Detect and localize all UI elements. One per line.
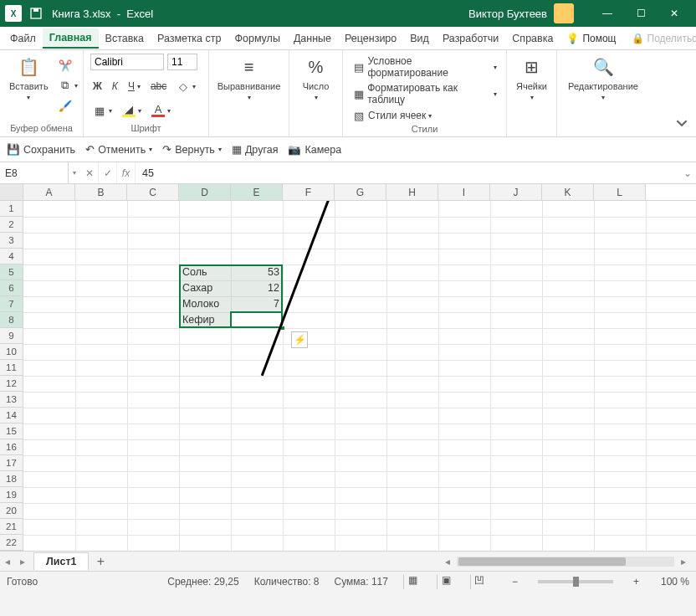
collapse-ribbon-button[interactable]: [676, 117, 688, 131]
camera-button[interactable]: 📷Камера: [288, 143, 341, 156]
cancel-formula-button[interactable]: ✕: [80, 162, 99, 183]
zoom-thumb[interactable]: [573, 577, 579, 587]
close-button[interactable]: ✕: [658, 0, 691, 27]
row-header-13[interactable]: 13: [0, 392, 23, 408]
hscroll-right[interactable]: ▸: [678, 556, 689, 567]
row-header-3[interactable]: 3: [0, 233, 23, 249]
font-size-select[interactable]: [167, 54, 197, 70]
bold-button[interactable]: Ж: [90, 78, 105, 95]
column-header-G[interactable]: G: [335, 184, 386, 200]
alignment-button[interactable]: ≡ Выравнивание ▾: [216, 54, 282, 103]
format-painter-button[interactable]: 🖌️: [56, 97, 80, 114]
tab-data[interactable]: Данные: [287, 29, 338, 48]
row-header-20[interactable]: 20: [0, 503, 23, 519]
undo-button[interactable]: ↶Отменить▾: [85, 143, 152, 156]
fx-button[interactable]: fx: [117, 162, 136, 183]
column-header-B[interactable]: B: [75, 184, 127, 200]
column-header-E[interactable]: E: [231, 184, 283, 200]
tab-formulas[interactable]: Формулы: [228, 29, 286, 48]
row-header-2[interactable]: 2: [0, 217, 23, 233]
redo-button[interactable]: ↷Вернуть▾: [162, 143, 222, 156]
other-app-button[interactable]: ▦Другая: [232, 143, 279, 156]
row-header-19[interactable]: 19: [0, 487, 23, 503]
copy-button[interactable]: ⧉▾: [56, 77, 80, 94]
tab-review[interactable]: Рецензиро: [338, 29, 403, 48]
hscroll-thumb[interactable]: [458, 557, 626, 566]
maximize-button[interactable]: ☐: [624, 0, 658, 27]
clear-format-button[interactable]: ◇▾: [174, 78, 198, 95]
paste-button[interactable]: 📋 Вставить ▾: [7, 54, 51, 114]
conditional-formatting-button[interactable]: ▤ Условное форматирование▾: [350, 54, 499, 80]
quick-analysis-button[interactable]: ⚡: [291, 331, 308, 348]
cell-D5[interactable]: Соль: [179, 264, 231, 280]
format-as-table-button[interactable]: ▦ Форматировать как таблицу▾: [350, 80, 499, 107]
strike-button[interactable]: abc: [148, 78, 169, 95]
column-header-K[interactable]: K: [542, 184, 594, 200]
zoom-slider[interactable]: [538, 580, 613, 583]
row-header-15[interactable]: 15: [0, 424, 23, 439]
fill-handle[interactable]: [280, 326, 285, 331]
sheet-tab-1[interactable]: Лист1: [33, 552, 89, 570]
tab-nav-next[interactable]: ▸: [15, 556, 30, 567]
avatar[interactable]: [554, 3, 574, 23]
user-name[interactable]: Виктор Бухтеев: [468, 8, 547, 20]
row-header-10[interactable]: 10: [0, 344, 23, 360]
cells-area[interactable]: Соль53Сахар12Молоко7Кефир45 ⚡: [23, 201, 696, 551]
zoom-level[interactable]: 100 %: [661, 576, 689, 588]
select-all-corner[interactable]: [0, 184, 23, 200]
tab-home[interactable]: Главная: [43, 28, 99, 49]
column-header-D[interactable]: D: [179, 184, 231, 200]
font-color-button[interactable]: A▾: [149, 102, 173, 119]
row-header-22[interactable]: 22: [0, 535, 23, 551]
share-button[interactable]: 🔒 Поделиться: [623, 29, 697, 48]
row-header-6[interactable]: 6: [0, 280, 23, 296]
row-header-4[interactable]: 4: [0, 249, 23, 264]
add-sheet-button[interactable]: +: [89, 554, 112, 569]
accept-formula-button[interactable]: ✓: [99, 162, 117, 183]
column-header-C[interactable]: C: [127, 184, 179, 200]
editing-button[interactable]: 🔍 Редактирование ▾: [564, 54, 642, 103]
font-name-select[interactable]: [90, 54, 164, 70]
tab-file[interactable]: Файл: [3, 29, 43, 48]
column-header-L[interactable]: L: [594, 184, 646, 200]
tab-nav-prev[interactable]: ◂: [0, 556, 15, 567]
formula-input[interactable]: 45: [136, 167, 679, 179]
row-header-18[interactable]: 18: [0, 471, 23, 487]
minimize-button[interactable]: ―: [591, 0, 624, 27]
fill-color-button[interactable]: ◢▾: [120, 102, 144, 119]
autosave-icon[interactable]: [28, 6, 44, 21]
column-header-I[interactable]: I: [438, 184, 490, 200]
hscroll-left[interactable]: ◂: [442, 556, 453, 567]
help-search[interactable]: 💡 Помощ: [560, 29, 622, 48]
view-page-layout-button[interactable]: ▣: [437, 574, 455, 589]
expand-formula-button[interactable]: ⌄: [679, 167, 696, 179]
cell-D7[interactable]: Молоко: [179, 296, 231, 312]
borders-button[interactable]: ▦▾: [90, 102, 115, 119]
cell-E7[interactable]: 7: [231, 296, 283, 312]
zoom-in-button[interactable]: +: [633, 576, 639, 588]
cell-E6[interactable]: 12: [231, 280, 283, 296]
number-button[interactable]: % Число ▾: [296, 54, 335, 103]
hscroll-track[interactable]: [457, 557, 674, 567]
row-header-9[interactable]: 9: [0, 328, 23, 344]
row-header-8[interactable]: 8: [0, 312, 23, 328]
row-header-14[interactable]: 14: [0, 408, 23, 424]
row-header-21[interactable]: 21: [0, 519, 23, 535]
cut-button[interactable]: ✂️: [56, 57, 80, 74]
cells-button[interactable]: ⊞ Ячейки ▾: [514, 54, 550, 103]
cell-styles-button[interactable]: ▧ Стили ячеек▾: [350, 107, 499, 124]
row-header-1[interactable]: 1: [0, 201, 23, 217]
column-header-H[interactable]: H: [386, 184, 438, 200]
italic-button[interactable]: К: [110, 78, 120, 95]
tab-help[interactable]: Справка: [505, 29, 560, 48]
tab-layout[interactable]: Разметка стр: [151, 29, 228, 48]
cell-E5[interactable]: 53: [231, 264, 283, 280]
zoom-out-button[interactable]: −: [512, 576, 518, 588]
row-header-16[interactable]: 16: [0, 439, 23, 455]
tab-insert[interactable]: Вставка: [99, 29, 151, 48]
name-box[interactable]: E8: [0, 162, 69, 183]
column-header-A[interactable]: A: [23, 184, 75, 200]
underline-button[interactable]: Ч▾: [125, 78, 143, 95]
save-button[interactable]: 💾Сохранить: [7, 143, 75, 156]
row-header-11[interactable]: 11: [0, 360, 23, 376]
